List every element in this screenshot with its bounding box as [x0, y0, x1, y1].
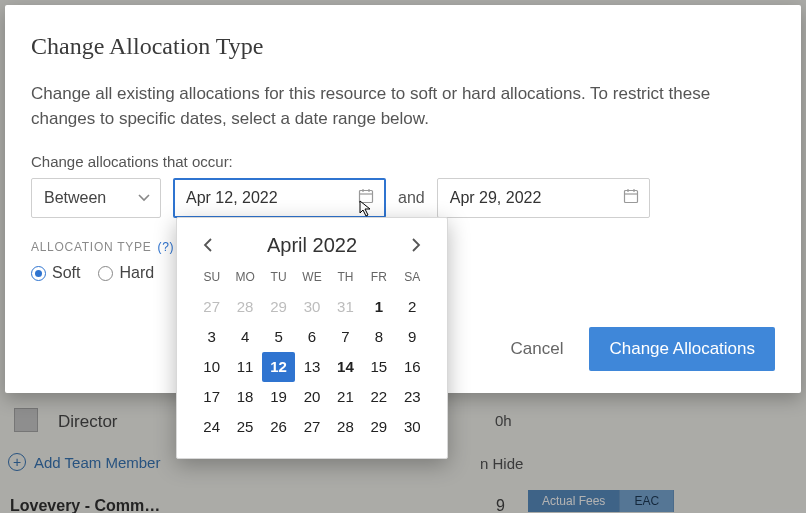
days-grid: 2728293031123456789101112131415161718192… — [195, 292, 429, 442]
weekday-cell: WE — [295, 270, 328, 284]
calendar-day[interactable]: 22 — [362, 382, 395, 412]
radio-hard[interactable]: Hard — [98, 264, 154, 282]
prev-month-button[interactable] — [195, 232, 221, 258]
date-picker-popover: April 2022 SUMOTUWETHFRSA 27282930311234… — [176, 217, 448, 459]
calendar-day[interactable]: 10 — [195, 352, 228, 382]
calendar-month-label: April 2022 — [267, 234, 357, 257]
weekday-cell: FR — [362, 270, 395, 284]
calendar-day[interactable]: 8 — [362, 322, 395, 352]
calendar-day[interactable]: 21 — [329, 382, 362, 412]
calendar-day[interactable]: 24 — [195, 412, 228, 442]
help-icon[interactable]: (?) — [157, 240, 174, 254]
calendar-day[interactable]: 7 — [329, 322, 362, 352]
weekday-cell: TH — [329, 270, 362, 284]
calendar-week-row: 3456789 — [195, 322, 429, 352]
weekday-cell: MO — [228, 270, 261, 284]
calendar-day: 31 — [329, 292, 362, 322]
weekday-cell: SA — [396, 270, 429, 284]
range-mode-value: Between — [44, 189, 106, 207]
cancel-button[interactable]: Cancel — [511, 339, 564, 359]
calendar-week-row: 24252627282930 — [195, 412, 429, 442]
calendar-day[interactable]: 27 — [295, 412, 328, 442]
weekday-header: SUMOTUWETHFRSA — [195, 270, 429, 284]
start-date-value: Apr 12, 2022 — [186, 189, 278, 207]
modal-description: Change all existing allocations for this… — [31, 82, 751, 131]
svg-rect-7 — [624, 191, 637, 203]
end-date-value: Apr 29, 2022 — [450, 189, 542, 207]
calendar-day[interactable]: 12 — [262, 352, 295, 382]
calendar-week-row: 17181920212223 — [195, 382, 429, 412]
calendar-day[interactable]: 9 — [396, 322, 429, 352]
weekday-cell: SU — [195, 270, 228, 284]
calendar-day[interactable]: 6 — [295, 322, 328, 352]
calendar-day[interactable]: 19 — [262, 382, 295, 412]
calendar-day[interactable]: 2 — [396, 292, 429, 322]
occur-label: Change allocations that occur: — [31, 153, 775, 170]
modal-title: Change Allocation Type — [31, 33, 775, 60]
calendar-day[interactable]: 25 — [228, 412, 261, 442]
calendar-day[interactable]: 17 — [195, 382, 228, 412]
calendar-day[interactable]: 30 — [396, 412, 429, 442]
calendar-icon[interactable] — [623, 188, 639, 208]
and-label: and — [398, 189, 425, 207]
calendar-day[interactable]: 14 — [329, 352, 362, 382]
calendar-day[interactable]: 1 — [362, 292, 395, 322]
calendar-week-row: 272829303112 — [195, 292, 429, 322]
calendar-day: 30 — [295, 292, 328, 322]
start-date-input[interactable]: Apr 12, 2022 — [173, 178, 386, 218]
calendar-day[interactable]: 3 — [195, 322, 228, 352]
next-month-button[interactable] — [403, 232, 429, 258]
calendar-day[interactable]: 18 — [228, 382, 261, 412]
calendar-day[interactable]: 20 — [295, 382, 328, 412]
calendar-day[interactable]: 28 — [329, 412, 362, 442]
radio-soft[interactable]: Soft — [31, 264, 80, 282]
end-date-input[interactable]: Apr 29, 2022 — [437, 178, 650, 218]
radio-dot-icon — [31, 266, 46, 281]
calendar-day[interactable]: 26 — [262, 412, 295, 442]
calendar-day[interactable]: 13 — [295, 352, 328, 382]
calendar-week-row: 10111213141516 — [195, 352, 429, 382]
radio-hard-label: Hard — [119, 264, 154, 282]
date-range-row: Between Apr 12, 2022 and Apr 29, 2022 — [31, 178, 775, 218]
range-mode-select[interactable]: Between — [31, 178, 161, 218]
calendar-day: 29 — [262, 292, 295, 322]
radio-soft-label: Soft — [52, 264, 80, 282]
change-allocations-button[interactable]: Change Allocations — [589, 327, 775, 371]
calendar-day[interactable]: 29 — [362, 412, 395, 442]
calendar-day[interactable]: 11 — [228, 352, 261, 382]
calendar-day[interactable]: 5 — [262, 322, 295, 352]
chevron-down-icon — [138, 192, 150, 204]
calendar-day: 27 — [195, 292, 228, 322]
modal-footer: Cancel Change Allocations — [511, 327, 775, 371]
calendar-day[interactable]: 15 — [362, 352, 395, 382]
calendar-day[interactable]: 16 — [396, 352, 429, 382]
calendar-day[interactable]: 23 — [396, 382, 429, 412]
calendar-day: 28 — [228, 292, 261, 322]
radio-dot-icon — [98, 266, 113, 281]
calendar-day[interactable]: 4 — [228, 322, 261, 352]
weekday-cell: TU — [262, 270, 295, 284]
